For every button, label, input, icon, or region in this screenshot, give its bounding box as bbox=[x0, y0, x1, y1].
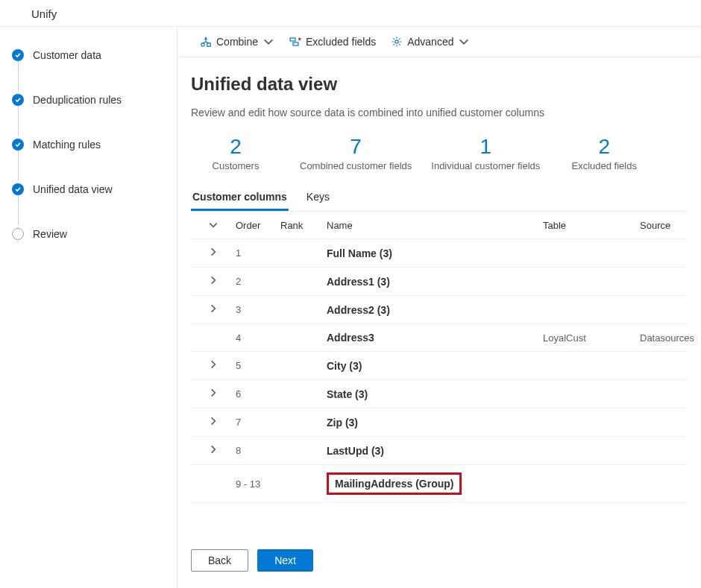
col-table[interactable]: Table bbox=[543, 220, 640, 231]
page-subtitle: Review and edit how source data is combi… bbox=[191, 107, 688, 118]
combine-menu[interactable]: Combine bbox=[200, 36, 274, 48]
step-label: Unified data view bbox=[33, 183, 113, 195]
cell-table: LoyalCust bbox=[543, 332, 640, 344]
step-label: Deduplication rules bbox=[33, 94, 122, 106]
svg-point-4 bbox=[395, 40, 398, 43]
cell-order: 2 bbox=[236, 276, 280, 287]
stat-label: Individual customer fields bbox=[431, 160, 540, 171]
table-row[interactable]: 1Full Name (3) bbox=[191, 239, 688, 268]
cell-order: 7 bbox=[236, 417, 280, 428]
app-title: Unify bbox=[31, 7, 57, 20]
cell-order: 3 bbox=[236, 304, 280, 315]
svg-rect-1 bbox=[207, 43, 210, 46]
tab[interactable]: Keys bbox=[305, 185, 331, 211]
step-pending-icon bbox=[12, 228, 24, 240]
next-button[interactable]: Next bbox=[257, 549, 313, 572]
stat-card: 2Excluded fields bbox=[559, 135, 649, 171]
stat-value: 2 bbox=[559, 135, 649, 159]
combine-icon bbox=[200, 36, 212, 48]
toolbar: Combine Excluded fields Advanced bbox=[177, 27, 701, 57]
step-label: Customer data bbox=[33, 49, 101, 61]
excluded-fields-button[interactable]: Excluded fields bbox=[289, 36, 376, 48]
cell-name: MailingAddress (Group) bbox=[327, 472, 543, 495]
svg-rect-2 bbox=[290, 38, 295, 41]
table-row[interactable]: 3Address2 (3) bbox=[191, 296, 688, 324]
back-button[interactable]: Back bbox=[191, 549, 248, 572]
highlight-box: MailingAddress (Group) bbox=[327, 472, 462, 495]
cell-name: Zip (3) bbox=[327, 417, 543, 429]
chevron-down-icon bbox=[263, 36, 274, 48]
cell-name: State (3) bbox=[327, 388, 543, 400]
step-done-icon bbox=[12, 183, 24, 195]
stat-card: 2Customers bbox=[191, 135, 280, 171]
gear-icon bbox=[391, 36, 403, 48]
chevron-right-icon[interactable] bbox=[208, 444, 219, 457]
step-done-icon bbox=[12, 49, 24, 61]
page-title-bar: Unify bbox=[0, 0, 701, 27]
stat-value: 2 bbox=[191, 135, 280, 159]
col-source[interactable]: Source bbox=[640, 220, 701, 231]
customer-columns-table: Order Rank Name Table Source 1Full Name … bbox=[191, 212, 688, 503]
cell-name: Full Name (3) bbox=[327, 247, 543, 259]
cell-name: City (3) bbox=[327, 360, 543, 372]
page-heading: Unified data view bbox=[191, 74, 688, 95]
stat-label: Excluded fields bbox=[559, 160, 649, 171]
table-row[interactable]: 9 - 13MailingAddress (Group) bbox=[191, 465, 688, 503]
step-label: Review bbox=[33, 228, 67, 240]
excluded-icon bbox=[289, 36, 301, 48]
table-row[interactable]: 5City (3) bbox=[191, 352, 688, 380]
wizard-step[interactable]: Matching rules bbox=[12, 133, 177, 157]
cell-name: Address1 (3) bbox=[327, 276, 543, 288]
wizard-step[interactable]: Review bbox=[12, 222, 177, 246]
stat-value: 7 bbox=[300, 135, 412, 159]
cell-name: Address2 (3) bbox=[327, 304, 543, 316]
cell-order: 8 bbox=[236, 445, 280, 456]
chevron-right-icon[interactable] bbox=[208, 247, 219, 259]
table-row[interactable]: 6State (3) bbox=[191, 380, 688, 408]
table-row[interactable]: 2Address1 (3) bbox=[191, 268, 688, 296]
cell-order: 4 bbox=[236, 332, 280, 344]
stat-label: Combined customer fields bbox=[300, 160, 412, 171]
col-name[interactable]: Name bbox=[327, 220, 543, 231]
cell-order: 6 bbox=[236, 388, 280, 399]
stat-label: Customers bbox=[191, 160, 280, 171]
step-done-icon bbox=[12, 139, 24, 151]
chevron-right-icon[interactable] bbox=[208, 388, 219, 400]
cell-source: Datasources bbox=[640, 332, 701, 344]
wizard-sidebar: Customer dataDeduplication rulesMatching… bbox=[0, 27, 177, 588]
wizard-step[interactable]: Deduplication rules bbox=[12, 88, 177, 112]
chevron-right-icon[interactable] bbox=[208, 359, 219, 372]
cell-order: 5 bbox=[236, 360, 280, 371]
wizard-step[interactable]: Customer data bbox=[12, 43, 177, 67]
chevron-right-icon[interactable] bbox=[208, 275, 219, 288]
cell-order: 9 - 13 bbox=[236, 478, 280, 490]
stat-card: 1Individual customer fields bbox=[431, 135, 540, 171]
wizard-step[interactable]: Unified data view bbox=[12, 177, 177, 201]
svg-point-0 bbox=[201, 43, 204, 46]
chevron-down-icon[interactable] bbox=[207, 219, 219, 231]
table-row[interactable]: 8LastUpd (3) bbox=[191, 437, 688, 465]
table-row[interactable]: 4Address3LoyalCustDatasources bbox=[191, 324, 688, 352]
cell-order: 1 bbox=[236, 247, 280, 259]
stat-card: 7Combined customer fields bbox=[300, 135, 412, 171]
cell-name: Address3 bbox=[327, 332, 543, 344]
advanced-menu[interactable]: Advanced bbox=[391, 36, 470, 48]
chevron-right-icon[interactable] bbox=[208, 416, 219, 429]
tab[interactable]: Customer columns bbox=[191, 185, 289, 211]
chevron-down-icon bbox=[458, 36, 470, 48]
chevron-right-icon[interactable] bbox=[208, 303, 219, 316]
cell-name: LastUpd (3) bbox=[327, 445, 543, 457]
step-done-icon bbox=[12, 94, 24, 106]
step-label: Matching rules bbox=[33, 139, 101, 151]
col-rank[interactable]: Rank bbox=[280, 220, 327, 231]
stat-value: 1 bbox=[431, 135, 540, 159]
svg-rect-3 bbox=[293, 42, 298, 45]
table-row[interactable]: 7Zip (3) bbox=[191, 408, 688, 437]
col-order[interactable]: Order bbox=[236, 220, 280, 231]
table-header: Order Rank Name Table Source bbox=[191, 212, 688, 239]
wizard-footer: Back Next bbox=[177, 536, 701, 588]
